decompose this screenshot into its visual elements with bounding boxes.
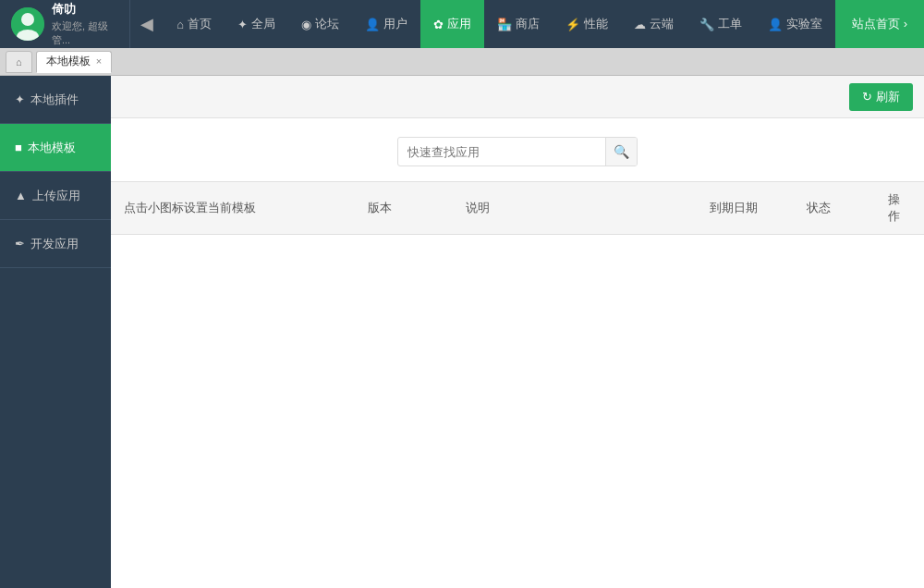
sidebar-icon-upload-app: ▲ <box>15 189 27 202</box>
nav-label-shop: 商店 <box>516 16 540 32</box>
col-header-desc: 说明 <box>453 182 697 235</box>
nav-item-forum[interactable]: ◉论坛 <box>288 0 352 48</box>
nav-icon-user: 👤 <box>365 18 380 31</box>
nav-label-global: 全局 <box>251 16 275 32</box>
top-nav: 倚叻 欢迎您, 超级管... ◀ ⌂首页✦全局◉论坛👤用户✿应用🏪商店⚡性能☁云… <box>0 0 924 48</box>
sidebar-label-upload-app: 上传应用 <box>32 188 80 204</box>
search-bar: 🔍 <box>111 118 924 181</box>
nav-icon-forum: ◉ <box>301 18 311 31</box>
content-area: ↻ 刷新 🔍 点击小图标设置当前模板 版本 说明 到 <box>111 76 924 588</box>
nav-icon-perf: ⚡ <box>565 18 580 31</box>
col-header-status: 状态 <box>794 182 875 235</box>
refresh-label: 刷新 <box>876 89 900 105</box>
sidebar-item-upload-app[interactable]: ▲上传应用 <box>0 172 111 220</box>
search-input-wrap: 🔍 <box>397 137 638 166</box>
tab-bar: ⌂ 本地模板 × <box>0 48 924 76</box>
sidebar-icon-dev-app: ✒ <box>15 237 25 251</box>
data-table: 点击小图标设置当前模板 版本 说明 到期日期 状态 操作 <box>111 181 924 235</box>
nav-label-lab: 实验室 <box>786 16 822 32</box>
nav-item-home[interactable]: ⌂首页 <box>164 0 225 48</box>
refresh-icon: ↻ <box>862 90 872 104</box>
tab-local-template-label: 本地模板 <box>46 54 91 69</box>
sidebar-label-local-template: 本地模板 <box>28 140 76 156</box>
refresh-button[interactable]: ↻ 刷新 <box>849 83 913 111</box>
nav-items: ⌂首页✦全局◉论坛👤用户✿应用🏪商店⚡性能☁云端🔧工单👤实验室 <box>164 0 835 48</box>
nav-item-lab[interactable]: 👤实验室 <box>755 0 835 48</box>
nav-item-global[interactable]: ✦全局 <box>225 0 288 48</box>
col-header-name: 点击小图标设置当前模板 <box>111 182 355 235</box>
sidebar: ✦本地插件■本地模板▲上传应用✒开发应用 <box>0 76 111 588</box>
tab-close-icon[interactable]: × <box>96 56 102 67</box>
main-layout: ✦本地插件■本地模板▲上传应用✒开发应用 ↻ 刷新 🔍 点击 <box>0 76 924 588</box>
nav-icon-cloud: ☁ <box>634 18 646 31</box>
search-input[interactable] <box>398 145 605 159</box>
avatar <box>11 7 44 41</box>
col-header-expire: 到期日期 <box>697 182 795 235</box>
nav-label-app: 应用 <box>447 16 471 32</box>
nav-item-cloud[interactable]: ☁云端 <box>621 0 687 48</box>
sidebar-icon-local-plugin: ✦ <box>15 92 25 106</box>
tab-local-template[interactable]: 本地模板 × <box>36 51 112 73</box>
sidebar-item-local-template[interactable]: ■本地模板 <box>0 124 111 172</box>
nav-icon-shop: 🏪 <box>497 18 512 31</box>
site-home-button[interactable]: 站点首页 › <box>835 0 924 48</box>
sidebar-item-local-plugin[interactable]: ✦本地插件 <box>0 76 111 124</box>
nav-label-perf: 性能 <box>584 16 608 32</box>
nav-icon-global: ✦ <box>237 18 248 31</box>
user-name: 倚叻 <box>52 1 118 18</box>
nav-label-cloud: 云端 <box>650 16 674 32</box>
nav-item-app[interactable]: ✿应用 <box>420 0 484 48</box>
search-icon: 🔍 <box>614 144 629 159</box>
nav-label-home: 首页 <box>188 16 212 32</box>
nav-toggle[interactable]: ◀ <box>130 0 164 48</box>
col-header-action: 操作 <box>875 182 924 235</box>
tab-home[interactable]: ⌂ <box>6 51 32 73</box>
table-container: 点击小图标设置当前模板 版本 说明 到期日期 状态 操作 <box>111 181 924 235</box>
nav-item-user[interactable]: 👤用户 <box>352 0 420 48</box>
user-welcome: 欢迎您, 超级管... <box>52 19 118 47</box>
toolbar: ↻ 刷新 <box>111 76 924 118</box>
nav-icon-home: ⌂ <box>176 18 184 31</box>
sidebar-icon-local-template: ■ <box>15 141 22 154</box>
nav-icon-app: ✿ <box>433 18 444 31</box>
col-header-version: 版本 <box>355 182 453 235</box>
nav-label-tools: 工单 <box>718 16 742 32</box>
nav-icon-tools: 🔧 <box>699 18 714 31</box>
sidebar-label-dev-app: 开发应用 <box>30 236 79 252</box>
nav-label-forum: 论坛 <box>315 16 339 32</box>
table-header-row: 点击小图标设置当前模板 版本 说明 到期日期 状态 操作 <box>111 182 924 235</box>
nav-item-perf[interactable]: ⚡性能 <box>553 0 621 48</box>
search-button[interactable]: 🔍 <box>605 137 637 166</box>
svg-point-1 <box>21 13 34 26</box>
nav-label-user: 用户 <box>383 16 407 32</box>
user-text: 倚叻 欢迎您, 超级管... <box>52 1 118 47</box>
nav-item-shop[interactable]: 🏪商店 <box>484 0 553 48</box>
sidebar-item-dev-app[interactable]: ✒开发应用 <box>0 220 111 268</box>
home-tab-icon: ⌂ <box>16 56 22 67</box>
sidebar-label-local-plugin: 本地插件 <box>30 92 79 108</box>
nav-item-tools[interactable]: 🔧工单 <box>687 0 755 48</box>
nav-icon-lab: 👤 <box>768 18 783 31</box>
user-info: 倚叻 欢迎您, 超级管... <box>0 0 130 48</box>
